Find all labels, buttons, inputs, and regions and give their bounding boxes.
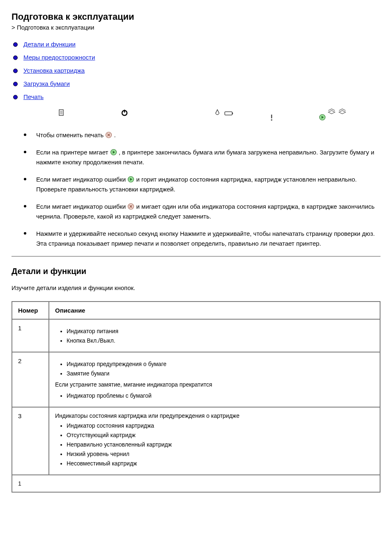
ink-icon: [214, 109, 220, 116]
resume-icon: [127, 176, 134, 183]
resume-small-icon: [319, 114, 326, 121]
bullet-icon: [13, 69, 18, 73]
table-header-num: Номер: [12, 302, 49, 319]
manual-text: Если на принтере мигает: [36, 149, 110, 156]
typeb-icon: [58, 109, 64, 116]
page-title: Подготовка к эксплуатации: [12, 12, 380, 22]
bullet-icon: [13, 55, 18, 60]
table-header-desc: Описание: [49, 302, 380, 319]
table-cell-desc: Индикаторы состояния картриджа или преду…: [49, 407, 380, 475]
nav-item-paper[interactable]: Загрузка бумаги: [13, 80, 380, 88]
manual-list: Чтобы отменить печать . Если на принтере…: [12, 130, 380, 249]
table-cell-num: 2: [12, 352, 49, 407]
bullet-icon: [13, 42, 18, 47]
power-icon: [121, 109, 128, 116]
table-row: 1 Индикатор питания Кнопка Вкл./Выкл.: [12, 319, 380, 352]
manual-text: Если мигает индикатор ошибки: [36, 203, 127, 210]
list-item: Неправильно установленный картридж: [67, 440, 374, 449]
table-cell-desc: Индикатор предупреждения о бумаге Замяти…: [49, 352, 380, 407]
section-heading-parts: Детали и функции: [12, 267, 380, 276]
section-intro: Изучите детали изделия и функции кнопок.: [12, 283, 380, 293]
nav-item-print[interactable]: Печать: [13, 93, 380, 101]
desc-list: Индикатор предупреждения о бумаге Замяти…: [55, 360, 374, 378]
resume-icon: [110, 149, 117, 156]
nav-link-safety[interactable]: Меры предосторожности: [23, 54, 95, 61]
cartridge-icon: [224, 109, 233, 116]
manual-text: .: [114, 131, 115, 138]
cancel-icon: [127, 203, 134, 210]
list-item: Кнопка Вкл./Выкл.: [67, 336, 374, 345]
list-item: Отсутствующий картридж: [67, 431, 374, 440]
manual-text: Нажмите и удерживайте несколько секунд к…: [36, 230, 375, 247]
status-icon-row: [12, 109, 380, 125]
breadcrumb: > Подготовка к эксплуатации: [12, 24, 380, 31]
svg-point-9: [271, 119, 272, 120]
svg-rect-6: [225, 112, 232, 115]
list-item: Индикатор предупреждения о бумаге: [67, 360, 374, 368]
bullet-icon: [13, 82, 18, 86]
table-cell-desc: Индикатор питания Кнопка Вкл./Выкл.: [49, 319, 380, 352]
table-footer-cell: 1: [12, 475, 380, 492]
manual-item-out-of-paper: Если на принтере мигает , в принтере зак…: [24, 147, 380, 167]
desc-note: Если устраните замятие, мигание индикато…: [55, 380, 374, 389]
paper3-icon: [327, 107, 336, 115]
manual-item-cancel: Чтобы отменить печать .: [24, 130, 380, 140]
desc-list: Индикатор проблемы с бумагой: [55, 391, 374, 400]
svg-rect-7: [232, 113, 233, 114]
paper3b-icon: [338, 107, 347, 115]
manual-item-cartridge-error: Если мигает индикатор ошибки и горит инд…: [24, 175, 380, 194]
nav-link-parts[interactable]: Детали и функции: [23, 41, 76, 48]
nav-link-print[interactable]: Печать: [23, 93, 44, 100]
manual-text: Если мигает индикатор ошибки: [36, 176, 127, 183]
divider: [12, 256, 380, 257]
nav-link-paper[interactable]: Загрузка бумаги: [23, 80, 70, 87]
list-item: Индикатор состояния картриджа: [67, 421, 374, 430]
table-header-row: Номер Описание: [12, 302, 380, 319]
table-cell-num: 1: [12, 319, 49, 352]
list-item: Индикатор питания: [67, 327, 374, 336]
parts-table: Номер Описание 1 Индикатор питания Кнопк…: [12, 301, 380, 493]
desc-intro: Индикаторы состояния картриджа или преду…: [55, 412, 374, 419]
nav-item-safety[interactable]: Меры предосторожности: [13, 54, 380, 61]
nav-link-cartridge[interactable]: Установка картриджа: [23, 67, 85, 74]
table-cell-num: 3: [12, 407, 49, 475]
table-row: 2 Индикатор предупреждения о бумаге Замя…: [12, 352, 380, 407]
table-footer-row: 1: [12, 475, 380, 492]
manual-text: Чтобы отменить печать: [36, 131, 105, 138]
desc-list: Индикатор состояния картриджа Отсутствую…: [55, 421, 374, 468]
cancel-icon: [105, 131, 112, 138]
nav-item-cartridge[interactable]: Установка картриджа: [13, 67, 380, 74]
manual-item-low-ink: Если мигает индикатор ошибки и мигает од…: [24, 202, 380, 221]
manual-item-hold: Нажмите и удерживайте несколько секунд к…: [24, 229, 380, 249]
list-item: Несовместимый картридж: [67, 459, 374, 468]
table-row: 3 Индикаторы состояния картриджа или пре…: [12, 407, 380, 475]
paperjam-icon: [270, 114, 274, 121]
desc-list: Индикатор питания Кнопка Вкл./Выкл.: [55, 327, 374, 345]
list-item: Индикатор проблемы с бумагой: [67, 391, 374, 400]
list-item: Замятие бумаги: [67, 369, 374, 378]
nav-list: Детали и функции Меры предосторожности У…: [12, 41, 380, 101]
bullet-icon: [13, 95, 18, 99]
nav-item-parts[interactable]: Детали и функции: [13, 41, 380, 48]
list-item: Низкий уровень чернил: [67, 450, 374, 458]
